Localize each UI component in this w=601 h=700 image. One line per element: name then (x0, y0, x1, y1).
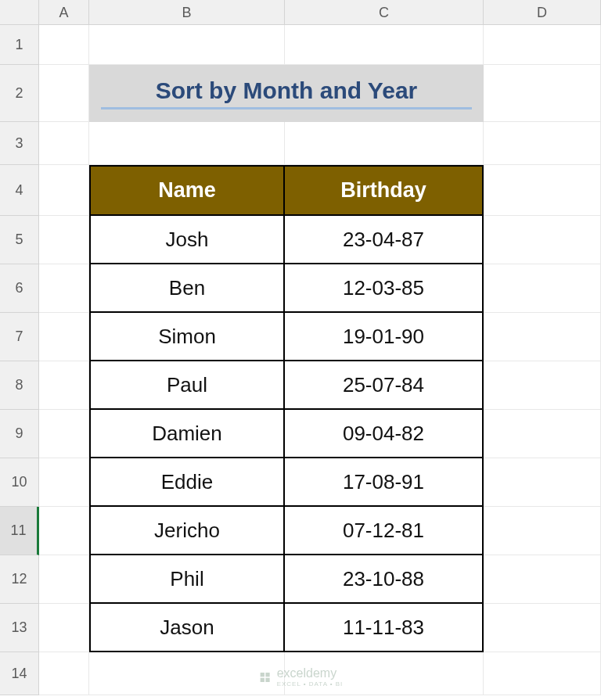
cell-birthday[interactable]: 11-11-83 (285, 604, 484, 652)
header-name[interactable]: Name (89, 165, 285, 216)
row-header-4[interactable]: 4 (0, 165, 39, 216)
cell-birthday[interactable]: 12-03-85 (285, 264, 484, 313)
row-header-2[interactable]: 2 (0, 65, 39, 122)
row-header-13[interactable]: 13 (0, 604, 39, 652)
row-header-1[interactable]: 1 (0, 25, 39, 65)
cell-birthday[interactable]: 19-01-90 (285, 313, 484, 361)
title-text: Sort by Month and Year (101, 77, 472, 109)
table-row: Jericho07-12-81 (89, 507, 484, 555)
watermark: exceldemy EXCEL • DATA • BI (258, 666, 344, 687)
watermark-tagline: EXCEL • DATA • BI (277, 680, 344, 687)
data-table: NameBirthdayJosh23-04-87Ben12-03-85Simon… (89, 165, 484, 652)
cell-name[interactable]: Phil (89, 555, 285, 604)
col-header-c[interactable]: C (285, 0, 484, 25)
table-row: Josh23-04-87 (89, 216, 484, 264)
row-header-7[interactable]: 7 (0, 313, 39, 361)
title-cell[interactable]: Sort by Month and Year (89, 65, 484, 122)
column-headers: A B C D (0, 0, 601, 25)
spreadsheet-grid: A B C D 1234567891011121314 Sort by Mont… (0, 0, 601, 700)
table-header-row: NameBirthday (89, 165, 484, 216)
cell-name[interactable]: Jericho (89, 507, 285, 555)
cell-name[interactable]: Paul (89, 361, 285, 410)
table-row: Ben12-03-85 (89, 264, 484, 313)
cell-birthday[interactable]: 09-04-82 (285, 410, 484, 458)
header-birthday[interactable]: Birthday (285, 165, 484, 216)
cell-name[interactable]: Damien (89, 410, 285, 458)
col-header-b[interactable]: B (89, 0, 285, 25)
row-header-6[interactable]: 6 (0, 264, 39, 313)
row-header-9[interactable]: 9 (0, 410, 39, 458)
col-header-d[interactable]: D (484, 0, 601, 25)
cell-name[interactable]: Eddie (89, 458, 285, 507)
cell-birthday[interactable]: 17-08-91 (285, 458, 484, 507)
row-header-14[interactable]: 14 (0, 652, 39, 695)
cell-birthday[interactable]: 23-10-88 (285, 555, 484, 604)
table-row: Simon19-01-90 (89, 313, 484, 361)
logo-icon (258, 670, 272, 684)
row-header-5[interactable]: 5 (0, 216, 39, 264)
col-header-a[interactable]: A (39, 0, 89, 25)
table-row: Phil23-10-88 (89, 555, 484, 604)
table-row: Eddie17-08-91 (89, 458, 484, 507)
cell-name[interactable]: Ben (89, 264, 285, 313)
row-header-3[interactable]: 3 (0, 122, 39, 165)
cell-name[interactable]: Jason (89, 604, 285, 652)
row-header-10[interactable]: 10 (0, 458, 39, 507)
table-row: Jason11-11-83 (89, 604, 484, 652)
cell-name[interactable]: Simon (89, 313, 285, 361)
select-all-corner[interactable] (0, 0, 39, 25)
table-row: Paul25-07-84 (89, 361, 484, 410)
row-headers: 1234567891011121314 (0, 25, 39, 695)
row-header-11[interactable]: 11 (0, 507, 39, 555)
cell-birthday[interactable]: 25-07-84 (285, 361, 484, 410)
table-row: Damien09-04-82 (89, 410, 484, 458)
row-header-8[interactable]: 8 (0, 361, 39, 410)
cell-birthday[interactable]: 07-12-81 (285, 507, 484, 555)
watermark-brand: exceldemy (277, 666, 336, 680)
cell-birthday[interactable]: 23-04-87 (285, 216, 484, 264)
row-header-12[interactable]: 12 (0, 555, 39, 604)
cell-name[interactable]: Josh (89, 216, 285, 264)
